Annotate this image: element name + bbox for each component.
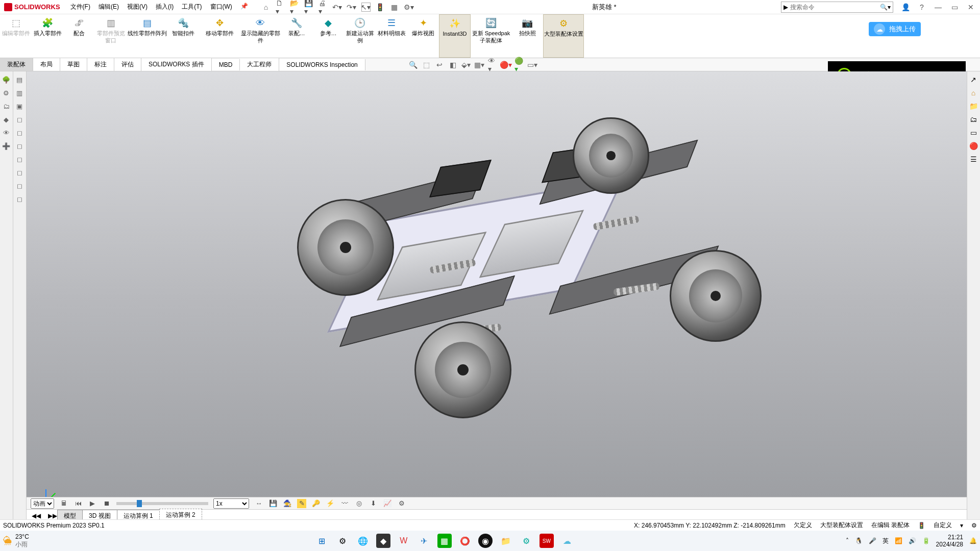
app3-icon[interactable]: ▦	[437, 534, 452, 548]
save-icon[interactable]: 💾▾	[304, 3, 313, 12]
settings-icon[interactable]: ⚙▾	[404, 3, 413, 12]
app4-icon[interactable]: ⭕	[458, 534, 472, 548]
status-units-icon[interactable]: ⚙	[971, 522, 977, 529]
tree-icon[interactable]: ▣	[14, 101, 24, 111]
cmd-exploded[interactable]: ✦爆炸视图	[407, 14, 439, 58]
user-icon[interactable]: 👤	[900, 3, 911, 11]
menu-file[interactable]: 文件(F)	[67, 2, 93, 12]
taskpane-home-icon[interactable]: ⌂	[968, 88, 978, 98]
flat-icon[interactable]: ◻	[14, 141, 24, 151]
motion-wizard-icon[interactable]: 🧙	[283, 499, 292, 508]
motion-settings-icon[interactable]: ⚙	[397, 499, 406, 508]
fm-plus-icon[interactable]: ➕	[1, 141, 11, 151]
spring-icon[interactable]: 〰	[340, 499, 349, 508]
close-icon[interactable]: ✕	[966, 3, 976, 11]
explorer-icon[interactable]: 📁	[499, 534, 513, 548]
rebuild-icon[interactable]: 🚦	[376, 3, 385, 12]
cmd-reference[interactable]: ◆参考…	[312, 14, 344, 58]
taskpane-view-icon[interactable]: ▭	[968, 128, 978, 138]
tab-nav-prev-icon[interactable]: ◀◀	[32, 512, 41, 519]
command-search[interactable]: ▶ 🔍▾	[781, 2, 893, 13]
timeline-slider[interactable]	[116, 502, 208, 505]
tab-addins[interactable]: SOLIDWORKS 插件	[141, 58, 212, 71]
tab-annotate[interactable]: 标注	[87, 58, 114, 71]
taskpane-explorer-icon[interactable]: 🗂	[968, 114, 978, 124]
tab-layout[interactable]: 布局	[33, 58, 60, 71]
maximize-icon[interactable]: ▭	[949, 3, 960, 11]
menu-edit[interactable]: 编辑(E)	[95, 2, 122, 12]
group-icon[interactable]: ◻	[14, 154, 24, 164]
tab-evaluate[interactable]: 评估	[114, 58, 141, 71]
tab-inspection[interactable]: SOLIDWORKS Inspection	[279, 59, 365, 70]
cmd-preview-window[interactable]: ▥零部件预览窗口	[95, 14, 127, 58]
tray-notifications-icon[interactable]: 🔔	[969, 537, 977, 544]
contact-icon[interactable]: ◎	[354, 499, 363, 508]
undo-icon[interactable]: ↶▾	[333, 3, 342, 12]
home-icon[interactable]: ⌂	[261, 3, 271, 12]
gravity-icon[interactable]: ⬇	[369, 499, 378, 508]
motor-icon[interactable]: ⚡	[326, 499, 335, 508]
cmd-smart-fasteners[interactable]: 🔩智能扣件	[167, 14, 199, 58]
view-orient-icon[interactable]: ⬙▾	[461, 60, 471, 69]
hide-icon[interactable]: ◻	[14, 114, 24, 124]
tray-volume-icon[interactable]: 🔊	[909, 537, 916, 544]
play-start-icon[interactable]: ⏮	[74, 499, 83, 508]
fm-config-icon[interactable]: 🗂	[1, 101, 11, 111]
redo-icon[interactable]: ↷▾	[347, 3, 356, 12]
print-icon[interactable]: 🖨▾	[318, 3, 328, 12]
section-view-icon[interactable]: ◧	[448, 60, 457, 69]
zoom-fit-icon[interactable]: 🔍	[408, 60, 418, 69]
minimize-icon[interactable]: —	[933, 3, 943, 11]
settings-app-icon[interactable]: ⚙	[335, 534, 350, 548]
cmd-move-component[interactable]: ✥移动零部件	[199, 14, 240, 58]
results-icon[interactable]: 📈	[383, 499, 392, 508]
status-dropdown-icon[interactable]: ▾	[960, 522, 963, 529]
menu-pin-icon[interactable]: 📌	[237, 2, 251, 12]
cmd-large-assembly[interactable]: ⚙大型装配体设置	[543, 14, 584, 58]
stop-icon[interactable]: ⏹	[102, 499, 111, 508]
tray-chevron-icon[interactable]: ˄	[846, 537, 849, 544]
zoom-area-icon[interactable]: ⬚	[422, 60, 431, 69]
display-pane-icon[interactable]: ▥	[14, 88, 24, 98]
save-anim-icon[interactable]: 💾	[268, 499, 278, 508]
new-icon[interactable]: 🗋▾	[276, 3, 285, 12]
appearance-icon[interactable]: 🔴▾	[501, 60, 510, 69]
tab-mbd[interactable]: MBD	[212, 59, 240, 70]
menu-window[interactable]: 窗口(W)	[207, 2, 235, 12]
tab-assembly[interactable]: 装配体	[0, 58, 33, 71]
display-style-icon[interactable]: ▦▾	[475, 60, 484, 69]
tray-battery-icon[interactable]: 🔋	[922, 537, 930, 544]
search-input[interactable]	[790, 4, 878, 11]
cmd-linear-pattern[interactable]: ▤线性零部件阵列	[127, 14, 167, 58]
tray-ime[interactable]: 英	[883, 537, 889, 545]
app5-icon[interactable]: ⚙	[519, 534, 533, 548]
tray-qq-icon[interactable]: 🐧	[855, 537, 863, 544]
search-icon[interactable]: 🔍▾	[880, 4, 891, 11]
cmd-assembly-features[interactable]: 🔧装配…	[281, 14, 312, 58]
prev-view-icon[interactable]: ↩	[435, 60, 444, 69]
menu-view[interactable]: 视图(V)	[124, 2, 151, 12]
taskbar-weather[interactable]: 🌦 23°C 小雨	[3, 533, 29, 549]
menu-tools[interactable]: 工具(T)	[179, 2, 205, 12]
start-icon[interactable]: ⊞	[315, 534, 329, 548]
taskpane-custom-icon[interactable]: ☰	[968, 154, 978, 164]
tab-nav-next-icon[interactable]: ▶▶	[48, 512, 57, 519]
add-key-icon[interactable]: 🔑	[311, 499, 321, 508]
fm-tree-icon[interactable]: 🌳	[1, 74, 11, 85]
motion-mode-select[interactable]: 动画	[31, 498, 54, 509]
taskpane-top-icon[interactable]: ↗	[968, 74, 978, 85]
fm-display-icon[interactable]: 👁	[1, 128, 11, 138]
menu-insert[interactable]: 插入(I)	[153, 2, 177, 12]
cmd-insert-parts[interactable]: 🧩插入零部件	[32, 14, 63, 58]
tab-sketch[interactable]: 草图	[60, 58, 87, 71]
sort-icon[interactable]: ◻	[14, 167, 24, 178]
help-icon[interactable]: ?	[917, 3, 927, 11]
taskpane-library-icon[interactable]: 📁	[968, 101, 978, 111]
wps-icon[interactable]: W	[397, 534, 411, 548]
key-icon[interactable]: ✎	[297, 499, 306, 508]
status-rebuild-icon[interactable]: 🚦	[918, 522, 925, 529]
playback-speed-select[interactable]: 1x	[213, 498, 249, 509]
cmd-new-motion[interactable]: 🕒新建运动算例	[344, 14, 376, 58]
cmd-update-speedpak[interactable]: 🔄更新 Speedpak 子装配体	[471, 14, 511, 58]
app-icon[interactable]: ◆	[376, 534, 390, 548]
